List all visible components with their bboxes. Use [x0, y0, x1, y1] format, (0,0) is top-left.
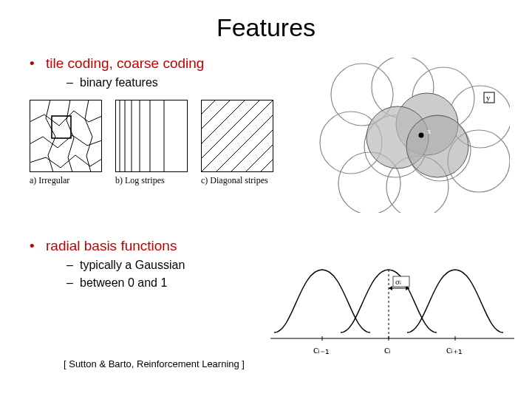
y-label: y: [486, 93, 491, 102]
panel-diagonal-stripes: c) Diagonal stripes: [201, 100, 273, 186]
gaussian-rbf-figure: σᵢ cᵢ₋₁ cᵢ cᵢ₊₁: [270, 251, 514, 365]
tick-mid: cᵢ: [384, 344, 391, 355]
x-label: x: [427, 126, 432, 135]
log-stripes-icon: [115, 100, 188, 172]
svg-point-32: [419, 133, 424, 138]
coarse-coding-circles-figure: x y: [318, 58, 510, 216]
caption-diagonal-stripes: c) Diagonal stripes: [201, 175, 268, 186]
caption-irregular: a) Irregular: [30, 175, 69, 186]
caption-log-stripes: b) Log stripes: [115, 175, 165, 186]
svg-marker-40: [389, 286, 392, 290]
panel-irregular: a) Irregular: [30, 100, 102, 186]
svg-point-31: [406, 115, 468, 177]
sigma-label: σᵢ: [395, 277, 401, 286]
citation: [ Sutton & Barto, Reinforcement Learning…: [64, 358, 245, 369]
svg-rect-0: [30, 100, 102, 172]
panel-log-stripes: b) Log stripes: [115, 100, 188, 186]
diagonal-stripes-icon: [201, 100, 273, 172]
irregular-tiling-icon: [30, 100, 102, 172]
tick-left: cᵢ₋₁: [313, 344, 330, 355]
page-title: Features: [0, 0, 532, 42]
svg-rect-2: [116, 100, 188, 172]
tick-right: cᵢ₊₁: [446, 344, 463, 355]
